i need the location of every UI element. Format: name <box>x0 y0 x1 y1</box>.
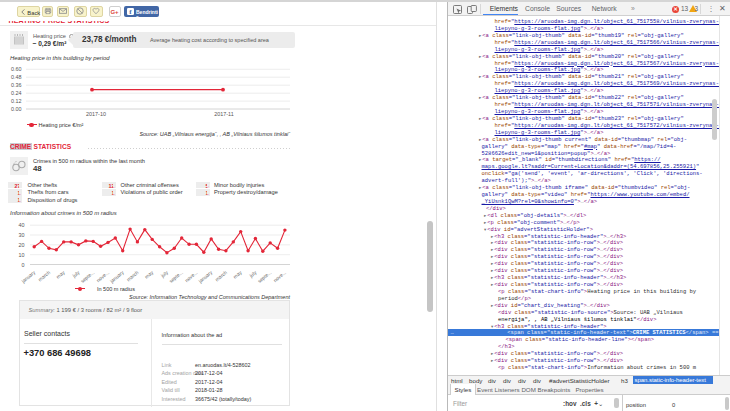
svg-text:10: 10 <box>19 252 25 258</box>
svg-text:march: march <box>38 270 52 283</box>
svg-text:0.48: 0.48 <box>11 74 22 80</box>
svg-text:0.24: 0.24 <box>11 90 22 96</box>
svg-text:2017-10: 2017-10 <box>86 111 106 117</box>
svg-text:may: may <box>56 270 67 280</box>
svg-text:march: march <box>214 270 228 283</box>
svg-text:2017-11: 2017-11 <box>214 111 233 117</box>
svg-text:nove...: nove... <box>273 270 287 283</box>
svg-text:40: 40 <box>19 222 25 228</box>
svg-text:30: 30 <box>19 232 25 238</box>
svg-text:septe...: septe... <box>168 270 184 284</box>
svg-text:january: january <box>20 270 37 285</box>
svg-text:july: july <box>159 270 169 280</box>
svg-text:septe...: septe... <box>257 270 273 284</box>
svg-text:may: may <box>144 270 155 280</box>
svg-text:march: march <box>126 270 140 283</box>
svg-text:septe...: septe... <box>80 270 96 284</box>
svg-text:0.60: 0.60 <box>11 66 22 72</box>
svg-text:0.36: 0.36 <box>11 82 22 88</box>
svg-text:0.00: 0.00 <box>11 106 22 112</box>
svg-text:july: july <box>248 270 258 280</box>
svg-text:0.12: 0.12 <box>11 98 22 104</box>
svg-text:nove...: nove... <box>184 270 198 283</box>
svg-text:january: january <box>197 270 214 285</box>
svg-text:20: 20 <box>19 242 25 248</box>
svg-text:july: july <box>71 270 81 280</box>
svg-text:nove...: nove... <box>96 270 110 283</box>
svg-text:may: may <box>233 270 244 280</box>
svg-text:0: 0 <box>22 262 25 268</box>
svg-text:january: january <box>109 270 126 285</box>
